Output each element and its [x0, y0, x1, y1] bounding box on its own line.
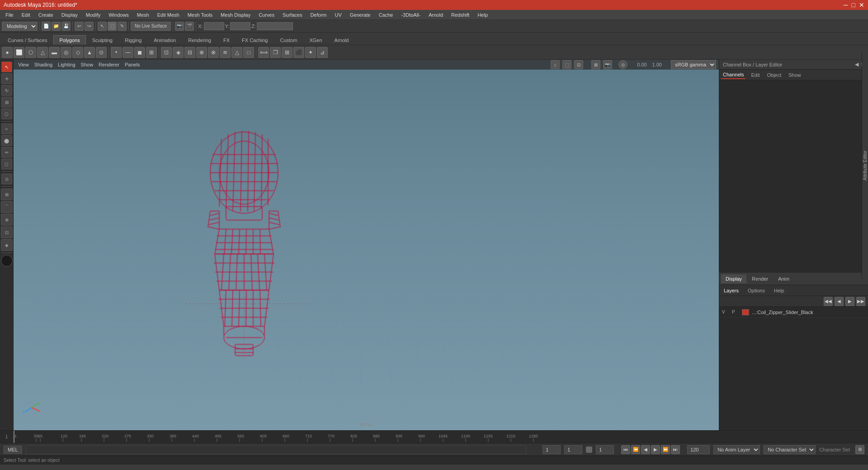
redo-button[interactable]: ↪: [85, 22, 94, 31]
skip-to-end[interactable]: ⏭: [671, 445, 680, 454]
smooth-button[interactable]: ≋: [220, 47, 231, 58]
artisan-tool[interactable]: ⬡: [1, 159, 12, 169]
channels-tab[interactable]: Channels: [721, 71, 745, 79]
vp-frame-all[interactable]: ⬚: [562, 60, 571, 69]
vp-round-btn[interactable]: ⊙: [618, 60, 627, 69]
prev-frame[interactable]: ⏪: [631, 445, 640, 454]
minimize-button[interactable]: ─: [844, 1, 848, 9]
mel-button[interactable]: MEL: [4, 446, 22, 454]
layer-visible-toggle[interactable]: V: [722, 310, 729, 315]
workspace-dropdown[interactable]: Modeling: [2, 22, 38, 31]
help-subtab[interactable]: Help: [771, 287, 787, 294]
menu-redshift[interactable]: Redshift: [448, 11, 473, 19]
z-input[interactable]: [257, 22, 293, 30]
skip-to-start[interactable]: ⏮: [621, 445, 630, 454]
layer-color-swatch[interactable]: [742, 309, 749, 315]
menu-edit-mesh[interactable]: Edit Mesh: [154, 11, 183, 19]
anim-tab[interactable]: Anim: [774, 274, 794, 283]
menu-3dto-all[interactable]: -3DtoAll-: [397, 11, 424, 19]
vp-cam-attrib[interactable]: 📷: [603, 60, 612, 69]
menu-curves[interactable]: Curves: [255, 11, 278, 19]
layers-prev[interactable]: ◀: [835, 297, 844, 306]
menu-uv[interactable]: UV: [331, 11, 345, 19]
renderer-menu[interactable]: Renderer: [97, 62, 121, 67]
tab-polygons[interactable]: Polygons: [53, 35, 85, 45]
mirror-button[interactable]: ⟺: [258, 47, 269, 58]
separate-button[interactable]: ⊗: [208, 47, 219, 58]
paint-tool[interactable]: ✏: [1, 147, 12, 158]
undo-button[interactable]: ↩: [75, 22, 84, 31]
tab-rigging[interactable]: Rigging: [119, 35, 147, 45]
open-scene-button[interactable]: 📁: [52, 22, 61, 31]
sphere-button[interactable]: ●: [2, 47, 13, 58]
snap-grid[interactable]: ⊞: [1, 188, 13, 200]
layers-prev-prev[interactable]: ◀◀: [824, 297, 833, 306]
menu-mesh-display[interactable]: Mesh Display: [217, 11, 254, 19]
menu-mesh[interactable]: Mesh: [133, 11, 153, 19]
view-menu[interactable]: View: [16, 62, 31, 67]
save-scene-button[interactable]: 💾: [61, 22, 71, 31]
poke-button[interactable]: ✦: [305, 47, 316, 58]
tab-custom[interactable]: Custom: [274, 35, 303, 45]
tab-fx[interactable]: FX: [217, 35, 236, 45]
play-back[interactable]: ◀: [641, 445, 650, 454]
x-input[interactable]: [204, 22, 224, 30]
mel-input[interactable]: [26, 445, 527, 454]
snap-proj[interactable]: ⊡: [1, 226, 13, 238]
current-frame-input[interactable]: [564, 445, 582, 454]
cylinder-button[interactable]: ⬡: [25, 47, 36, 58]
menu-modify[interactable]: Modify: [82, 11, 104, 19]
cone-button[interactable]: △: [37, 47, 48, 58]
extrude-button[interactable]: ⊡: [161, 47, 172, 58]
no-live-surface-button[interactable]: No Live Surface: [131, 22, 171, 31]
combine-button[interactable]: ⊕: [196, 47, 207, 58]
render-swatch[interactable]: [1, 255, 13, 267]
show-menu[interactable]: Show: [79, 62, 95, 67]
triangulate-button[interactable]: △: [231, 47, 242, 58]
render-button[interactable]: 🎬: [185, 22, 194, 31]
render-tab[interactable]: Render: [747, 274, 773, 283]
options-subtab[interactable]: Options: [745, 287, 768, 294]
new-scene-button[interactable]: 📄: [42, 22, 51, 31]
move-tool[interactable]: ✛: [1, 73, 12, 84]
tab-xgen[interactable]: XGen: [303, 35, 328, 45]
cube-button[interactable]: ⬜: [14, 47, 24, 58]
layers-next[interactable]: ▶: [845, 297, 854, 306]
menu-surfaces[interactable]: Surfaces: [279, 11, 306, 19]
menu-mesh-tools[interactable]: Mesh Tools: [184, 11, 216, 19]
playback-settings[interactable]: ⚙: [855, 445, 864, 454]
scale-tool[interactable]: ⊞: [1, 97, 12, 108]
gamma-select[interactable]: sRGB gamma: [671, 60, 716, 69]
cb-expand-button[interactable]: ◀: [855, 61, 859, 67]
anim-layer-select[interactable]: No Anim Layer: [713, 445, 760, 454]
face-button[interactable]: ◼: [134, 47, 145, 58]
menu-create[interactable]: Create: [35, 11, 57, 19]
edge-button[interactable]: —: [123, 47, 133, 58]
edit-tab[interactable]: Edit: [749, 71, 761, 79]
end-frame-input[interactable]: [596, 445, 614, 454]
sculpt-tool[interactable]: ⬤: [1, 135, 12, 146]
layers-subtab[interactable]: Layers: [721, 287, 741, 294]
quads-button[interactable]: □: [243, 47, 254, 58]
snap-curve[interactable]: ⌒: [1, 201, 13, 213]
lasso-button[interactable]: ⬚: [108, 22, 117, 31]
camera-button[interactable]: 📷: [175, 22, 184, 31]
menu-cache[interactable]: Cache: [375, 11, 397, 19]
timeline-ruler[interactable]: 1 55 65 120 165 220 275 330 385 440: [14, 431, 868, 443]
uv-button[interactable]: ⊞: [146, 47, 157, 58]
select-tool[interactable]: ↖: [1, 61, 12, 72]
tab-sculpting[interactable]: Sculpting: [86, 35, 118, 45]
shading-menu[interactable]: Shading: [33, 62, 54, 67]
tab-curves-surfaces[interactable]: Curves / Surfaces: [2, 35, 53, 45]
rotate-tool[interactable]: ↻: [1, 85, 12, 96]
vp-grid-toggle[interactable]: ⊞: [591, 60, 600, 69]
snap-surface[interactable]: ◈: [1, 239, 13, 251]
tab-rendering[interactable]: Rendering: [182, 35, 217, 45]
pipe-button[interactable]: ⊙: [96, 47, 107, 58]
prism-button[interactable]: ◇: [72, 47, 83, 58]
pyramid-button[interactable]: ▲: [84, 47, 95, 58]
tab-arnold[interactable]: Arnold: [329, 35, 355, 45]
attribute-editor-tab[interactable]: Attribute Editor: [862, 52, 868, 278]
menu-generate[interactable]: Generate: [346, 11, 374, 19]
plane-button[interactable]: ▬: [49, 47, 60, 58]
